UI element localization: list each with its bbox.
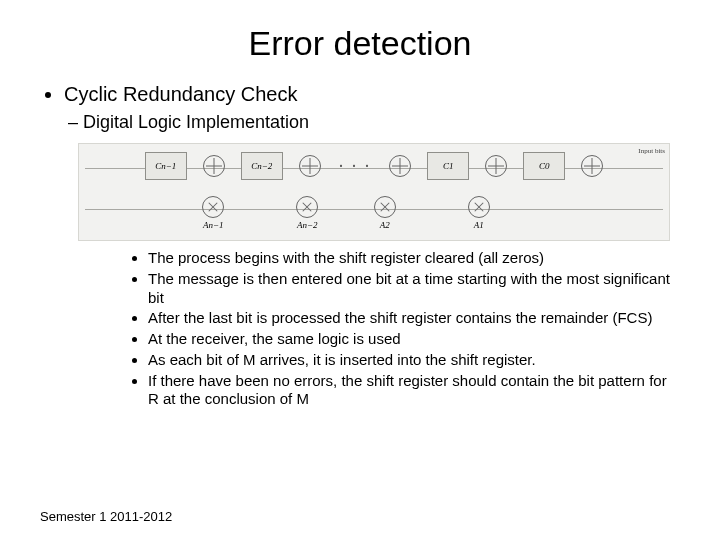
sub-bullet: As each bit of M arrives, it is inserted… [148,351,680,370]
sub-bullet-list: The process begins with the shift regist… [40,249,680,409]
xor-icon [485,155,507,177]
mul-block: A1 [468,196,490,230]
sub-bullet: The message is then entered one bit at a… [148,270,680,308]
xor-icon [299,155,321,177]
sub-bullet: After the last bit is processed the shif… [148,309,680,328]
coefficient-row: An−1 An−2 ··· A2 A1 [79,196,669,230]
register-row: Cn−1 Cn−2 · · · C1 C0 [79,152,669,180]
register: Cn−2 [241,152,283,180]
sub-bullet: The process begins with the shift regist… [148,249,680,268]
ellipsis: · · · [337,156,374,177]
register: Cn−1 [145,152,187,180]
xor-icon [389,155,411,177]
multiply-icon [296,196,318,218]
coefficient-label: A1 [474,220,484,230]
bullet-list-2: Digital Logic Implementation [40,112,680,133]
sub-bullet: If there have been no errors, the shift … [148,372,680,410]
bullet-impl: Digital Logic Implementation [68,112,680,133]
xor-icon [581,155,603,177]
mul-block: An−1 [202,196,224,230]
register: C1 [427,152,469,180]
coefficient-label: An−2 [297,220,318,230]
mul-block: A2 [374,196,396,230]
slide-title: Error detection [40,24,680,63]
crc-circuit-diagram: Input bits Cn−1 Cn−2 · · · C1 C0 An−1 An… [78,143,670,241]
mul-block: An−2 [296,196,318,230]
register: C0 [523,152,565,180]
multiply-icon [202,196,224,218]
coefficient-label: A2 [380,220,390,230]
footer-text: Semester 1 2011-2012 [40,509,172,524]
coefficient-label: An−1 [203,220,224,230]
sub-bullet: At the receiver, the same logic is used [148,330,680,349]
xor-icon [203,155,225,177]
multiply-icon [374,196,396,218]
bullet-crc: Cyclic Redundancy Check [64,83,680,106]
multiply-icon [468,196,490,218]
bullet-list-1: Cyclic Redundancy Check [40,83,680,106]
slide: Error detection Cyclic Redundancy Check … [0,0,720,540]
